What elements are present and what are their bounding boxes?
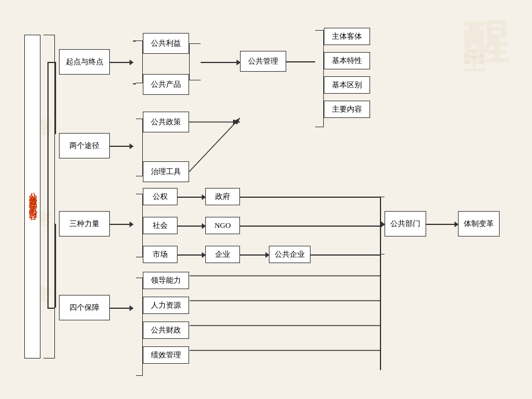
arrow-to-hr (189, 297, 381, 305)
arrow-bracket-to-pubdept (380, 224, 385, 225)
diagram-container: 公共管理学核心内容 起点与终点 公共利益 公共产品 公共管理 主体客体 基本特性… (12, 6, 532, 399)
line-to-n1 (133, 40, 136, 42)
box-n11: 体制变革 (458, 211, 500, 237)
box-n4: 治理工具 (143, 161, 189, 182)
left-brace-bottom (55, 224, 56, 308)
box-n12-4: 绩效管理 (143, 346, 189, 364)
bracket-n5 (136, 194, 143, 257)
arrow-g1 (110, 62, 133, 63)
left-brace-mid-vert (47, 62, 49, 308)
box-group3: 三种力量 (59, 211, 110, 237)
svg-line-2 (189, 118, 240, 172)
arrow-g4 (110, 308, 133, 309)
line-gov-to-bracket (240, 197, 380, 198)
bracket-right-detail (315, 30, 324, 127)
bracket-n12 (136, 278, 143, 376)
arrow-to-leadership (189, 272, 381, 280)
box-n12-2: 人力资源 (143, 297, 189, 314)
bracket-n1n2-right (189, 43, 201, 80)
box-n5-3: 市场 (143, 246, 178, 263)
left-brace-mid-bottom (47, 308, 55, 309)
box-n7: 公共企业 (269, 246, 311, 263)
box-group2: 两个途径 (59, 133, 110, 158)
arrow-g2 (110, 146, 133, 147)
arrow-tool-to-gonggong (189, 110, 241, 172)
arrow-ent-to-pubent (240, 254, 269, 256)
arrow-to-finance (189, 322, 381, 330)
left-brace-top (55, 62, 56, 134)
box-gonggong-guanli: 公共管理 (240, 51, 286, 72)
box-n5-1: 公权 (143, 188, 178, 205)
line-ngo-to-bracket (240, 226, 380, 227)
line-gonggong-right (286, 61, 315, 62)
main-title-label: 公共管理学核心内容 (24, 35, 40, 359)
box-n6-2: NGO (205, 217, 240, 234)
box-n10: 公共部门 (385, 211, 426, 237)
arrow-g3 (110, 224, 133, 225)
box-n1: 公共利益 (143, 33, 189, 54)
arrow-n5-3-to-ent (178, 254, 205, 256)
box-n3: 公共政策 (143, 112, 189, 132)
main-bracket (43, 35, 55, 359)
line-to-n2 (133, 83, 136, 84)
box-n9-3: 基本区别 (324, 76, 370, 94)
box-n6-1: 政府 (205, 188, 240, 205)
bracket-n1n2 (136, 40, 143, 83)
arrow-n5-1-to-gov (178, 197, 205, 198)
left-brace-mid-top (47, 62, 55, 63)
arrow-n5-2-to-ngo (178, 226, 205, 227)
box-n9-2: 基本特性 (324, 52, 370, 69)
box-group4: 四个保障 (59, 295, 110, 320)
arrow-to-gonggong (201, 62, 240, 63)
box-n9-1: 主体客体 (324, 28, 370, 45)
box-n12-1: 领导能力 (143, 272, 189, 289)
arrow-n10-to-n11 (426, 224, 458, 225)
box-n2: 公共产品 (143, 74, 189, 95)
box-n12-3: 公共财政 (143, 322, 189, 339)
box-n9-4: 主要内容 (324, 101, 370, 118)
box-n6-3: 企业 (205, 246, 240, 263)
bracket-n3n4 (136, 119, 143, 176)
box-n5-2: 社会 (143, 217, 178, 234)
line-pubent-to-bracket (311, 254, 380, 256)
box-group1: 起点与终点 (59, 49, 110, 75)
arrow-to-perf (189, 346, 381, 355)
